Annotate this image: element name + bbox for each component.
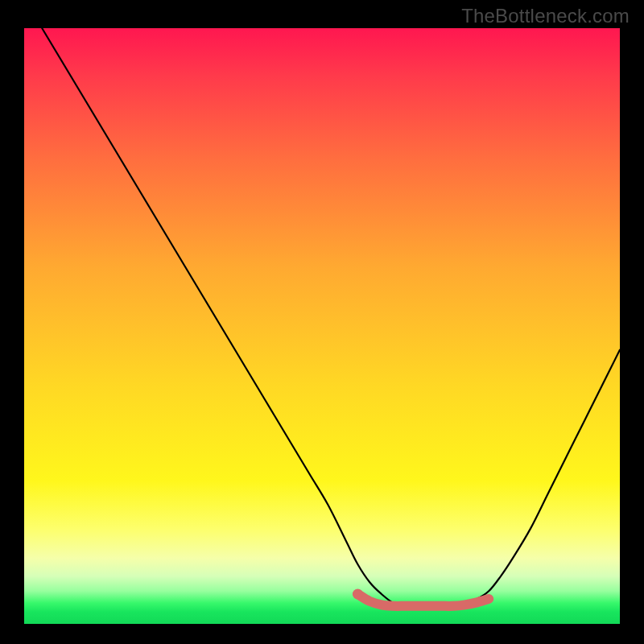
optimal-range-highlight [357, 594, 489, 606]
bottleneck-curve [42, 28, 620, 606]
plot-area [24, 28, 620, 624]
attribution-label: TheBottleneck.com [461, 5, 630, 27]
chart-frame: TheBottleneck.com [0, 0, 644, 644]
optimal-start-dot [353, 589, 363, 600]
curve-layer [24, 28, 620, 624]
